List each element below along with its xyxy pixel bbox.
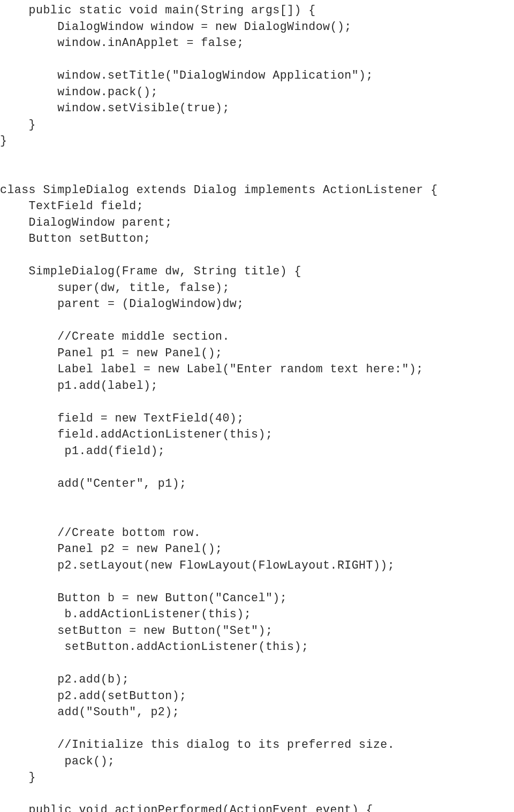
code-block: public static void main(String args[]) {… <box>0 2 514 812</box>
